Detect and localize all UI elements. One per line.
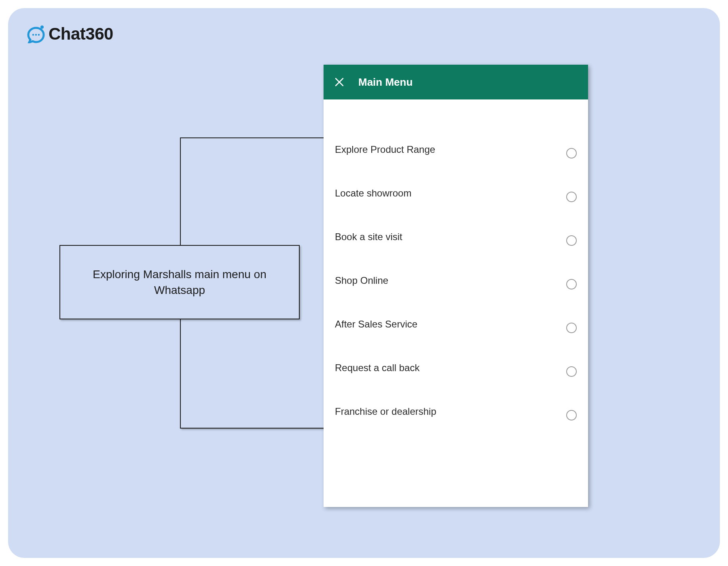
caption-box: Exploring Marshalls main menu on Whatsap… bbox=[59, 245, 300, 319]
svg-point-2 bbox=[35, 34, 37, 36]
logo: Chat360 bbox=[27, 24, 113, 44]
logo-mark-icon bbox=[27, 25, 45, 43]
logo-text: Chat360 bbox=[49, 24, 113, 44]
menu-item-shop-online[interactable]: Shop Online bbox=[335, 259, 577, 302]
svg-point-3 bbox=[38, 34, 40, 36]
radio-icon[interactable] bbox=[566, 192, 577, 202]
menu-item-label: Shop Online bbox=[335, 275, 388, 286]
radio-icon[interactable] bbox=[566, 366, 577, 377]
menu-item-franchise-dealership[interactable]: Franchise or dealership bbox=[335, 390, 577, 433]
caption-text: Exploring Marshalls main menu on Whatsap… bbox=[85, 266, 275, 298]
menu-item-label: Explore Product Range bbox=[335, 144, 435, 155]
radio-icon[interactable] bbox=[566, 148, 577, 158]
menu-item-request-call-back[interactable]: Request a call back bbox=[335, 346, 577, 390]
whatsapp-menu-panel: Main Menu Explore Product Range Locate s… bbox=[324, 65, 588, 507]
svg-point-1 bbox=[32, 34, 34, 36]
menu-item-book-site-visit[interactable]: Book a site visit bbox=[335, 215, 577, 259]
radio-icon[interactable] bbox=[566, 323, 577, 333]
menu-item-label: Franchise or dealership bbox=[335, 406, 436, 417]
menu-item-after-sales-service[interactable]: After Sales Service bbox=[335, 302, 577, 346]
menu-item-label: After Sales Service bbox=[335, 319, 417, 330]
menu-list: Explore Product Range Locate showroom Bo… bbox=[324, 99, 588, 433]
svg-point-0 bbox=[40, 25, 44, 29]
menu-item-label: Book a site visit bbox=[335, 231, 402, 243]
menu-item-label: Request a call back bbox=[335, 362, 419, 374]
radio-icon[interactable] bbox=[566, 410, 577, 420]
menu-item-label: Locate showroom bbox=[335, 188, 411, 199]
panel-header: Main Menu bbox=[324, 65, 588, 99]
diagram-canvas: Chat360 Exploring Marshalls main menu on… bbox=[8, 8, 720, 558]
menu-item-locate-showroom[interactable]: Locate showroom bbox=[335, 171, 577, 215]
close-icon[interactable] bbox=[334, 77, 345, 87]
radio-icon[interactable] bbox=[566, 279, 577, 289]
radio-icon[interactable] bbox=[566, 235, 577, 246]
menu-item-explore-product-range[interactable]: Explore Product Range bbox=[335, 128, 577, 171]
panel-title: Main Menu bbox=[358, 76, 413, 89]
